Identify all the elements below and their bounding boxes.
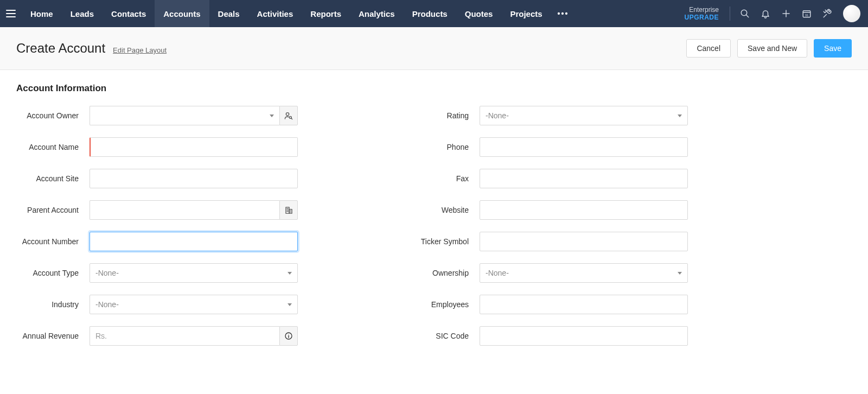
nav-tab-leads[interactable]: Leads [62,0,103,27]
nav-tab-products[interactable]: Products [404,0,456,27]
rating-value: -None- [486,111,509,120]
nav-tab-projects[interactable]: Projects [501,0,551,27]
quick-add-button[interactable] [777,4,795,23]
form-column-left: Account Owner Account Name [16,106,298,346]
save-button[interactable]: Save [814,39,852,58]
field-sic-code: SIC Code [406,326,688,346]
hamburger-icon [6,10,16,17]
nav-tabs: Home Leads Contacts Accounts Deals Activ… [22,0,575,27]
svg-text:31: 31 [805,14,809,17]
upgrade-link[interactable]: UPGRADE [684,14,719,21]
svg-line-4 [746,15,749,17]
account-number-input[interactable] [90,232,298,251]
label-sic-code: SIC Code [406,332,480,341]
info-icon [284,332,293,340]
cancel-button[interactable]: Cancel [686,39,731,58]
field-ownership: Ownership -None- [406,263,688,283]
bell-icon [761,9,770,18]
industry-select[interactable]: -None- [90,295,298,314]
field-account-number: Account Number [16,232,298,251]
label-account-number: Account Number [16,237,90,246]
field-industry: Industry -None- [16,295,298,314]
topbar-right: Enterprise UPGRADE 31 [684,0,868,27]
nav-tab-activities[interactable]: Activities [248,0,302,27]
chevron-down-icon [678,272,682,275]
ownership-select[interactable]: -None- [480,263,688,283]
page-actions: Cancel Save and New Save [686,39,852,58]
label-account-site: Account Site [16,174,90,183]
fax-input[interactable] [480,169,688,188]
edit-page-layout-link[interactable]: Edit Page Layout [113,46,167,54]
ticker-symbol-input[interactable] [480,232,688,251]
save-and-new-button[interactable]: Save and New [737,39,807,58]
field-rating: Rating -None- [406,106,688,125]
user-lookup-icon [284,111,293,120]
field-account-site: Account Site [16,169,298,188]
nav-more-button[interactable]: ••• [551,0,576,27]
parent-account-lookup-button[interactable] [279,200,298,220]
label-website: Website [406,206,480,215]
ownership-value: -None- [486,269,509,277]
form-area: Account Information Account Owner Accoun… [0,70,846,378]
nav-tab-reports[interactable]: Reports [302,0,350,27]
label-industry: Industry [16,300,90,309]
nav-tab-deals[interactable]: Deals [209,0,248,27]
account-type-select[interactable]: -None- [90,263,298,283]
divider [730,7,730,21]
field-annual-revenue: Annual Revenue [16,326,298,346]
global-search-button[interactable] [736,4,754,23]
label-fax: Fax [406,174,480,183]
calendar-icon: 31 [802,9,812,18]
form-column-right: Rating -None- Phone Fax [406,106,688,346]
plus-icon [781,9,791,18]
label-annual-revenue: Annual Revenue [16,332,90,341]
website-input[interactable] [480,200,688,220]
label-ticker-symbol: Ticker Symbol [406,237,480,246]
account-name-input[interactable] [90,137,298,157]
nav-tab-quotes[interactable]: Quotes [456,0,502,27]
topbar: Home Leads Contacts Accounts Deals Activ… [0,0,868,27]
rating-select[interactable]: -None- [480,106,688,125]
notifications-button[interactable] [756,4,775,23]
employees-input[interactable] [480,295,688,314]
sic-code-input[interactable] [480,326,688,346]
field-employees: Employees [406,295,688,314]
tools-icon [822,9,832,18]
label-employees: Employees [406,300,480,309]
chevron-down-icon [288,303,292,306]
label-phone: Phone [406,143,480,152]
phone-input[interactable] [480,137,688,157]
building-icon [285,206,293,214]
page-header: Create Account Edit Page Layout Cancel S… [0,27,868,70]
annual-revenue-info[interactable] [279,326,298,346]
field-phone: Phone [406,137,688,157]
setup-button[interactable] [818,4,837,23]
user-avatar[interactable] [843,5,860,22]
label-rating: Rating [406,111,480,120]
page-title: Create Account [16,41,105,56]
annual-revenue-input[interactable] [90,326,279,346]
field-account-name: Account Name [16,137,298,157]
page-title-wrap: Create Account Edit Page Layout [16,41,167,56]
account-type-value: -None- [95,269,119,277]
account-site-input[interactable] [90,169,298,188]
label-ownership: Ownership [406,269,480,278]
calendar-button[interactable]: 31 [797,4,816,23]
nav-tab-analytics[interactable]: Analytics [350,0,404,27]
label-account-owner: Account Owner [16,111,90,120]
chevron-down-icon [288,272,292,275]
label-parent-account: Parent Account [16,206,90,215]
account-owner-select[interactable] [90,106,279,125]
plan-info: Enterprise UPGRADE [684,6,719,22]
section-title: Account Information [16,83,830,94]
parent-account-input[interactable] [90,200,279,220]
label-account-type: Account Type [16,269,90,278]
field-fax: Fax [406,169,688,188]
account-owner-lookup-button[interactable] [279,106,298,125]
nav-tab-accounts[interactable]: Accounts [155,0,209,27]
svg-point-10 [286,113,289,116]
svg-point-22 [288,334,289,334]
nav-tab-contacts[interactable]: Contacts [103,0,155,27]
hamburger-menu-button[interactable] [0,0,22,27]
nav-tab-home[interactable]: Home [22,0,62,27]
